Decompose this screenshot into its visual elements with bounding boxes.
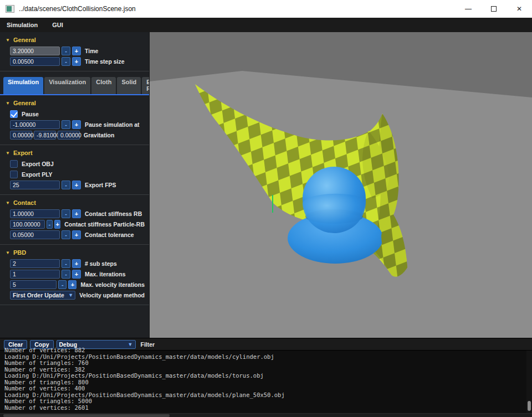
tab-visualization[interactable]: Visualization [44, 77, 90, 94]
decrement-button[interactable]: - [62, 47, 70, 55]
export-obj-checkbox[interactable] [10, 160, 18, 168]
contact-stiffness-rb-label: Contact stiffness RB [85, 210, 142, 217]
section-pbd: ▼ PBD 2 - + # sub steps 1 - + Max. itera… [0, 245, 149, 305]
section-header-general-time[interactable]: ▼ General [0, 35, 149, 45]
collapse-arrow-icon: ▼ [6, 38, 10, 43]
velocity-update-method-select[interactable]: First Order Update ▼ [10, 291, 75, 300]
tab-cloth[interactable]: Cloth [91, 77, 116, 94]
gravitation-x-input[interactable]: 0.00000 [10, 131, 32, 140]
contact-stiffness-particle-input[interactable]: 100.00000 [10, 220, 45, 229]
contact-stiffness-rb-input[interactable]: 1.00000 [10, 209, 60, 218]
increment-button[interactable]: + [72, 47, 81, 55]
contact-stiffness-particle-label: Contact stiffness Particle-RB [64, 221, 145, 228]
contact-tolerance-input[interactable]: 0.05000 [10, 230, 60, 239]
section-export: ▼ Export Export OBJ Export PLY 25 - + Ex… [0, 145, 149, 195]
velocity-update-method-value: First Order Update [13, 292, 64, 298]
maximize-icon [491, 6, 497, 12]
decrement-button[interactable]: - [62, 209, 70, 218]
increment-button[interactable]: + [54, 220, 60, 229]
increment-button[interactable]: + [72, 259, 81, 268]
pause-at-input[interactable]: -1.00000 [10, 120, 60, 129]
chevron-down-icon: ▼ [68, 292, 73, 298]
decrement-button[interactable]: - [62, 120, 70, 129]
contact-tolerance-label: Contact tolerance [85, 231, 134, 238]
decrement-button[interactable]: - [62, 181, 70, 189]
tab-elastic-rod[interactable]: Elastic Rod [142, 77, 150, 94]
section-header-export[interactable]: ▼ Export [0, 148, 149, 158]
increment-button[interactable]: + [72, 270, 81, 279]
increment-button[interactable]: + [72, 230, 81, 239]
tab-bar: Simulation Visualization Cloth Solid Ela… [0, 71, 149, 95]
max-iterations-label: Max. iterations [85, 271, 126, 277]
log-line: Number of vertices: 882 [4, 347, 526, 354]
pause-checkbox[interactable] [10, 110, 18, 118]
pause-at-label: Pause simulation at [85, 121, 140, 128]
decrement-button[interactable]: - [62, 230, 70, 239]
close-button[interactable]: ✕ [507, 0, 532, 18]
scrollbar-thumb[interactable] [528, 401, 531, 411]
filter-label: Filter [141, 341, 155, 348]
export-ply-checkbox[interactable] [10, 171, 18, 178]
minimize-button[interactable]: — [456, 0, 481, 18]
increment-button[interactable]: + [72, 181, 81, 189]
log-line: Number of vertices: 400 [4, 385, 526, 392]
velocity-update-method-label: Velocity update method [79, 292, 145, 298]
scrollbar-thumb[interactable] [3, 414, 170, 417]
collapse-arrow-icon: ▼ [6, 250, 10, 255]
log-line: Number of triangles: 5000 [4, 398, 526, 405]
app-window: ../data/scenes/ClothCollisionScene.json … [0, 0, 532, 417]
section-time: ▼ General 3.20000 - + Time 0.00500 - + T… [0, 32, 149, 71]
tab-simulation[interactable]: Simulation [3, 77, 43, 94]
maximize-button[interactable] [481, 0, 507, 18]
increment-button[interactable]: + [72, 120, 81, 129]
section-general: ▼ General Pause -1.00000 - + Pause simul… [0, 95, 149, 145]
increment-button[interactable]: + [72, 57, 81, 66]
menu-gui[interactable]: GUI [52, 22, 63, 28]
scene-render [150, 32, 532, 338]
increment-button[interactable]: + [68, 280, 76, 289]
menu-simulation[interactable]: Simulation [7, 22, 38, 28]
log-level-value: Debug [59, 341, 78, 348]
max-velocity-iterations-input[interactable]: 5 [10, 280, 57, 289]
time-label: Time [85, 48, 98, 54]
time-step-input[interactable]: 0.00500 [10, 57, 60, 66]
collapse-arrow-icon: ▼ [6, 101, 10, 106]
log-output[interactable]: Number of vertices: 882 Loading D:/Uni/P… [0, 347, 526, 413]
max-iterations-input[interactable]: 1 [10, 270, 60, 279]
gravitation-y-input[interactable]: -9.81000 [34, 131, 56, 140]
collapse-arrow-icon: ▼ [6, 200, 10, 205]
section-header-pbd[interactable]: ▼ PBD [0, 248, 149, 258]
chevron-down-icon: ▼ [128, 342, 133, 347]
tab-solid[interactable]: Solid [117, 77, 141, 94]
decrement-button[interactable]: - [58, 280, 66, 289]
time-input[interactable]: 3.20000 [10, 47, 60, 55]
parameter-panel: ▼ General 3.20000 - + Time 0.00500 - + T… [0, 32, 150, 338]
vertical-scrollbar[interactable] [526, 351, 532, 413]
log-line: Number of triangles: 760 [4, 360, 526, 367]
export-fps-input[interactable]: 25 [10, 181, 60, 189]
decrement-button[interactable]: - [62, 270, 70, 279]
app-icon [6, 5, 14, 13]
log-line: Number of vertices: 2601 [4, 405, 526, 411]
export-ply-label: Export PLY [22, 171, 53, 178]
max-velocity-iterations-label: Max. velocity iterations [80, 281, 145, 288]
sub-steps-input[interactable]: 2 [10, 259, 60, 268]
gravitation-z-input[interactable]: 0.00000 [58, 131, 80, 140]
decrement-button[interactable]: - [62, 57, 70, 66]
export-fps-label: Export FPS [85, 182, 116, 188]
viewport-3d[interactable] [150, 32, 532, 338]
section-header-contact[interactable]: ▼ Contact [0, 198, 149, 208]
time-step-label: Time step size [85, 58, 125, 65]
log-line: Loading D:/Uni/Projects/PositionBasedDyn… [4, 373, 526, 379]
window-title: ../data/scenes/ClothCollisionScene.json [19, 5, 456, 13]
decrement-button[interactable]: - [62, 259, 70, 268]
horizontal-scrollbar[interactable] [0, 413, 532, 417]
decrement-button[interactable]: - [47, 220, 53, 229]
section-header-general[interactable]: ▼ General [0, 98, 149, 108]
export-obj-label: Export OBJ [22, 161, 54, 167]
collapse-arrow-icon: ▼ [6, 151, 10, 156]
titlebar: ../data/scenes/ClothCollisionScene.json … [0, 0, 532, 18]
increment-button[interactable]: + [72, 209, 81, 218]
section-contact: ▼ Contact 1.00000 - + Contact stiffness … [0, 195, 149, 245]
sub-steps-label: # sub steps [85, 260, 117, 267]
